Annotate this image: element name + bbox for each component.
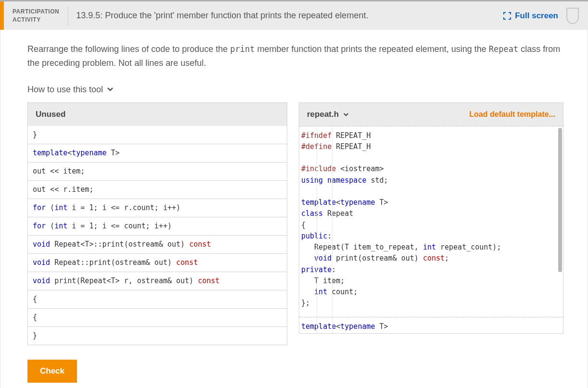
code-block[interactable]: void Repeat<T>::print(ostream& out) cons… [28, 236, 287, 254]
code-block[interactable]: } [28, 126, 287, 144]
instr-pre: Rearrange the following lines of code to… [27, 44, 230, 54]
unused-header-label: Unused [36, 110, 65, 119]
code-block[interactable]: template<typename T> [28, 144, 287, 163]
scrollbar-track[interactable] [558, 128, 562, 331]
activity-type-line2: ACTIVITY [13, 16, 41, 23]
code-block[interactable]: { [28, 309, 287, 327]
unused-header: Unused [27, 102, 287, 126]
code-gutter-line2 [332, 126, 332, 333]
check-button[interactable]: Check [27, 360, 77, 383]
code-content-top: #ifndef REPEAT_H #define REPEAT_H #inclu… [299, 126, 563, 313]
drop-separator-bottom [299, 317, 563, 317]
activity-body: Rearrange the following lines of code to… [0, 30, 588, 388]
fullscreen-label: Full screen [515, 11, 558, 21]
how-to-use-toggle[interactable]: How to use this tool [27, 85, 563, 95]
fullscreen-icon [503, 12, 511, 20]
activity-header: PARTICIPATION ACTIVITY 13.9.5: Produce t… [0, 0, 588, 30]
filename-dropdown[interactable]: repeat.h [307, 110, 349, 119]
code-block[interactable]: out << item; [28, 163, 287, 181]
code-block[interactable]: } [28, 327, 287, 345]
code-block[interactable]: void Repeat::print(ostream& out) const [28, 254, 287, 272]
panels: Unused }template<typename T>out << item;… [27, 102, 563, 345]
unused-panel: Unused }template<typename T>out << item;… [27, 102, 287, 345]
unused-list[interactable]: }template<typename T>out << item;out << … [27, 126, 287, 345]
code-block[interactable]: void print(Repeat<T> r, ostream& out) co… [28, 272, 287, 290]
how-to-use-label: How to use this tool [27, 85, 103, 95]
activity-title: 13.9.5: Produce the 'print' member funct… [68, 11, 496, 21]
code-block[interactable]: for (int i = 1; i <= count; i++) [28, 217, 287, 236]
filename-label: repeat.h [307, 110, 339, 119]
code-content-bottom: template<typename T> [299, 321, 563, 334]
editor-header: repeat.h Load default template... [299, 102, 563, 126]
chevron-down-icon [107, 87, 114, 92]
editor-panel: repeat.h Load default template... #ifnde… [299, 102, 563, 334]
accent-bar [0, 1, 4, 30]
activity-type-line1: PARTICIPATION [13, 8, 59, 15]
instr-mid: member function that prints the repeated… [255, 44, 488, 54]
code-block[interactable]: out << r.item; [28, 181, 287, 199]
instructions: Rearrange the following lines of code to… [27, 42, 563, 70]
shield-icon [566, 7, 579, 25]
load-template-button[interactable]: Load default template... [469, 110, 555, 119]
instr-code2: Repeat [489, 44, 518, 54]
instr-code1: print [230, 44, 255, 54]
activity-type-label: PARTICIPATION ACTIVITY [4, 6, 68, 25]
chevron-down-icon [343, 113, 349, 117]
code-block[interactable]: { [28, 290, 287, 309]
code-gutter-line [317, 126, 317, 333]
code-editor[interactable]: #ifndef REPEAT_H #define REPEAT_H #inclu… [299, 126, 563, 334]
code-block[interactable]: for (int i = 1; i <= r.count; i++) [28, 199, 287, 217]
scrollbar-thumb[interactable] [558, 128, 562, 272]
fullscreen-button[interactable]: Full screen [496, 11, 566, 21]
